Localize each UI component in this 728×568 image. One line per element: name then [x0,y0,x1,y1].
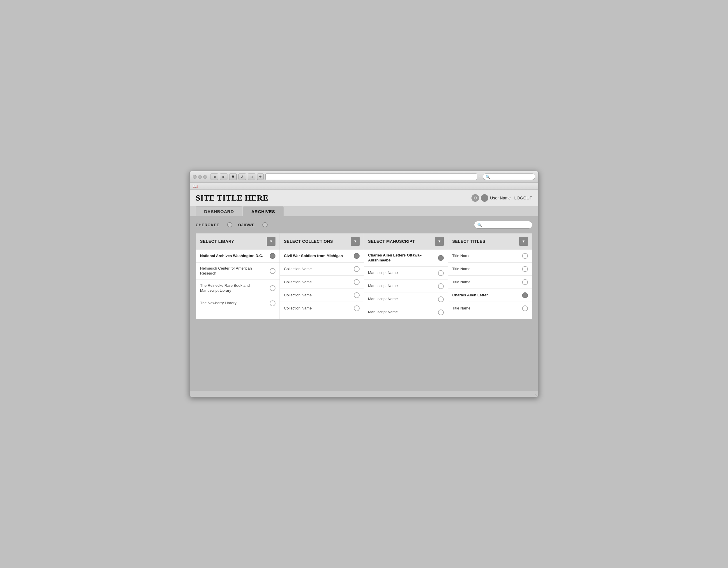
manuscript-column: SELECT MANUSCRIPT ▼ Charles Allen Letter… [364,233,448,319]
ojibwe-radio[interactable] [262,222,268,227]
tab-dashboard[interactable]: DASHBOARD [196,206,242,216]
manuscript-row-0-radio[interactable] [438,255,444,261]
manuscript-column-header: SELECT MANUSCRIPT ▼ [364,233,448,250]
manuscript-dropdown-button[interactable]: ▼ [435,237,444,246]
library-column: SELECT LIBARY ▼ National Archives Washin… [196,233,280,319]
separator: - [479,175,480,179]
cherokee-radio[interactable] [227,222,232,227]
library-column-header: SELECT LIBARY ▼ [196,233,280,250]
collections-column-header: SELECT COLLECTIONS ▼ [280,233,364,250]
forward-icon: ▶ [222,175,225,179]
browser-search-input[interactable] [491,175,535,179]
library-row-0[interactable]: National Archives Washington D.C. [196,250,280,263]
manuscript-row-2-radio[interactable] [438,283,444,289]
collections-row-2-radio[interactable] [354,279,360,285]
titles-dropdown-icon: ▼ [522,239,525,243]
titles-row-1-text: Title Name [452,267,522,272]
titles-column-title: SELECT TITLES [452,239,485,244]
settings-icon[interactable]: ⚙ [471,194,479,202]
reader-mode-button[interactable]: ⊟ [248,174,255,180]
close-button[interactable] [193,175,197,179]
collections-row-0-text: Civil War Soldiers from Michigan [284,254,354,259]
user-name-label: User Name [490,196,511,200]
titles-row-0-radio[interactable] [522,253,528,259]
header-right: ⚙ User Name LOGOUT [471,194,532,202]
collections-row-4[interactable]: Collection Name [280,302,364,315]
top-bar: CHEROKEE OJIBWE 🔍 [196,221,532,229]
browser-titlebar: ◀ ▶ A A ⊟ + - 🔍 [190,171,538,183]
manuscript-row-4-radio[interactable] [438,309,444,315]
titles-row-2-radio[interactable] [522,279,528,285]
titles-row-3-radio[interactable] [522,292,528,298]
forward-button[interactable]: ▶ [220,174,227,180]
main-search-input[interactable] [483,223,529,227]
collections-row-3[interactable]: Collection Name [280,289,364,302]
browser-window: ◀ ▶ A A ⊟ + - 🔍 📖 SITE TITLE HERE ⚙ [189,171,539,397]
collections-dropdown-button[interactable]: ▼ [351,237,360,246]
titles-row-1-radio[interactable] [522,266,528,272]
manuscript-row-3[interactable]: Manuscript Name [364,293,448,306]
titles-row-4[interactable]: Title Name [448,302,532,315]
app-header: SITE TITLE HERE ⚙ User Name LOGOUT [190,190,538,206]
titles-row-3-text: Charles Allen Letter [452,293,522,298]
library-row-3[interactable]: The Newberry Library [196,297,280,310]
collections-row-1-radio[interactable] [354,266,360,272]
titles-row-3[interactable]: Charles Allen Letter [448,289,532,302]
library-row-2-radio[interactable] [270,285,275,291]
browser-toolbar2: 📖 [190,183,538,190]
library-row-1[interactable]: Helmerich Center for American Research [196,263,280,280]
titles-dropdown-button[interactable]: ▼ [519,237,528,246]
library-row-2[interactable]: The Reinecke Rare Book and Manuscript Li… [196,280,280,297]
text-large-button[interactable]: A [229,174,237,180]
collections-row-1[interactable]: Collection Name [280,263,364,276]
titles-row-0-text: Title Name [452,254,522,259]
titles-row-1[interactable]: Title Name [448,263,532,276]
manuscript-row-2[interactable]: Manuscript Name [364,280,448,293]
manuscript-dropdown-icon: ▼ [438,239,441,243]
cherokee-label: CHEROKEE [196,223,220,227]
logout-button[interactable]: LOGOUT [514,196,532,200]
titles-row-2-text: Title Name [452,280,522,285]
back-button[interactable]: ◀ [211,174,218,180]
avatar [481,194,488,202]
titles-row-0[interactable]: Title Name [448,250,532,263]
titles-row-2[interactable]: Title Name [448,276,532,289]
text-small-button[interactable]: A [238,174,246,180]
collections-column: SELECT COLLECTIONS ▼ Civil War Soldiers … [280,233,364,319]
collections-row-0-radio[interactable] [354,253,360,259]
collections-row-2-text: Collection Name [284,280,354,285]
library-row-0-radio[interactable] [270,253,275,259]
collections-row-3-radio[interactable] [354,292,360,298]
titles-row-4-radio[interactable] [522,305,528,311]
manuscript-row-4[interactable]: Manuscript Name [364,306,448,319]
collections-row-0[interactable]: Civil War Soldiers from Michigan [280,250,364,263]
browser-search-bar[interactable]: 🔍 [483,174,535,180]
main-search-icon: 🔍 [477,223,482,227]
manuscript-row-1-radio[interactable] [438,270,444,276]
manuscript-row-3-radio[interactable] [438,296,444,302]
back-icon: ◀ [213,175,215,179]
ojibwe-label: OJIBWE [238,223,255,227]
manuscript-row-0-text: Charles Allen Letters Ottawa–Anishinaabe [368,253,438,263]
manuscript-row-1[interactable]: Manuscript Name [364,267,448,280]
maximize-button[interactable] [203,175,207,179]
collections-row-4-radio[interactable] [354,305,360,311]
columns-grid: SELECT LIBARY ▼ National Archives Washin… [196,233,532,319]
titles-column: SELECT TITLES ▼ Title Name Title Name Ti… [448,233,532,319]
new-tab-button[interactable]: + [257,174,264,180]
manuscript-row-3-text: Manuscript Name [368,297,438,302]
address-bar[interactable] [265,174,477,180]
main-search-box[interactable]: 🔍 [474,221,532,229]
library-row-1-radio[interactable] [270,268,275,274]
collections-dropdown-icon: ▼ [354,239,357,243]
nav-tabs: DASHBOARD ARCHIVES [190,206,538,216]
manuscript-row-0[interactable]: Charles Allen Letters Ottawa–Anishinaabe [364,250,448,267]
collections-row-2[interactable]: Collection Name [280,276,364,289]
tab-archives[interactable]: ARCHIVES [243,206,284,216]
titles-column-header: SELECT TITLES ▼ [448,233,532,250]
library-dropdown-button[interactable]: ▼ [267,237,275,246]
main-content: CHEROKEE OJIBWE 🔍 SELECT LIBARY ▼ [190,216,538,391]
minimize-button[interactable] [198,175,202,179]
library-row-3-radio[interactable] [270,300,275,306]
reader-icon: ⊟ [250,175,253,178]
